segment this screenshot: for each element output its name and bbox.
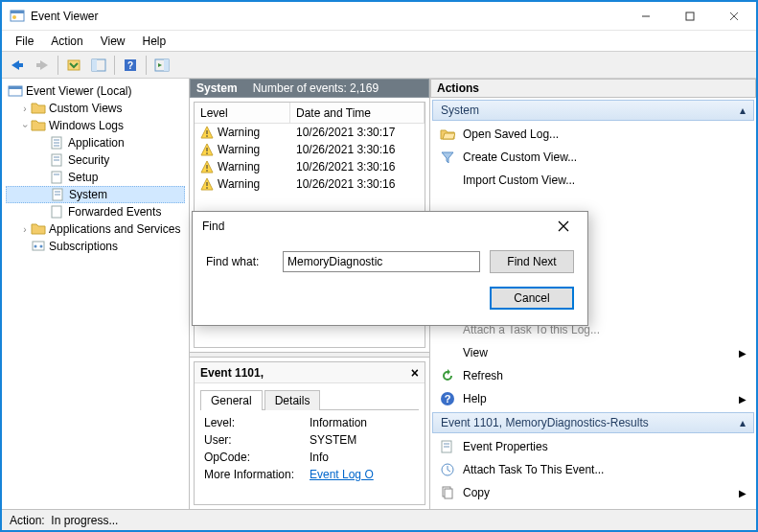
tree-subscriptions[interactable]: › Subscriptions: [6, 238, 185, 255]
svg-rect-8: [18, 63, 23, 67]
tree-application-label: Application: [68, 136, 125, 150]
detail-opcode-key: OpCode:: [204, 451, 310, 468]
detail-moreinfo-link[interactable]: Event Log O: [310, 468, 415, 485]
action-help[interactable]: ? Help ▶: [430, 387, 756, 410]
menu-file[interactable]: File: [8, 33, 41, 50]
event-detail-close-icon[interactable]: ×: [411, 365, 419, 381]
menu-view[interactable]: View: [93, 33, 133, 50]
navigation-tree: Event Viewer (Local) › Custom Views › Wi…: [2, 79, 190, 509]
tab-details[interactable]: Details: [264, 390, 321, 410]
event-row[interactable]: Warning10/26/2021 3:30:17: [195, 124, 425, 141]
event-detail-pane: Event 1101, × General Details Level:Info…: [194, 361, 425, 505]
actions-section-system[interactable]: System ▴: [432, 100, 754, 121]
column-headers: Level Date and Time: [195, 103, 425, 124]
svg-rect-20: [9, 86, 22, 89]
action-event-properties[interactable]: Event Properties: [430, 435, 756, 458]
menu-action[interactable]: Action: [43, 33, 90, 50]
find-what-input[interactable]: [283, 251, 480, 272]
toolbar-help-icon[interactable]: ?: [119, 55, 142, 76]
svg-rect-33: [52, 206, 61, 218]
tree-root[interactable]: Event Viewer (Local): [6, 82, 185, 100]
chevron-right-icon: ▶: [739, 348, 747, 359]
col-date[interactable]: Date and Time: [290, 103, 425, 123]
svg-rect-13: [92, 59, 97, 71]
event-row[interactable]: Warning10/26/2021 3:30:16: [195, 141, 425, 158]
action-attach-task-event[interactable]: Attach Task To This Event...: [430, 458, 756, 481]
tree-security-label: Security: [68, 153, 109, 167]
menu-help[interactable]: Help: [135, 33, 174, 50]
tree-forwarded[interactable]: Forwarded Events: [6, 203, 185, 220]
tree-apps-services-label: Applications and Services: [49, 222, 180, 236]
tree-forwarded-label: Forwarded Events: [68, 205, 161, 219]
tree-system-label: System: [69, 188, 107, 201]
warning-icon: [200, 126, 214, 139]
svg-point-42: [206, 152, 208, 154]
event-row[interactable]: Warning10/26/2021 3:30:16: [195, 158, 425, 175]
refresh-icon: [440, 368, 455, 383]
tree-custom-views[interactable]: › Custom Views: [6, 100, 185, 117]
app-icon: [10, 9, 25, 24]
tree-application[interactable]: Application: [6, 134, 185, 151]
svg-rect-17: [164, 59, 169, 71]
tree-custom-views-label: Custom Views: [49, 102, 122, 115]
svg-marker-49: [443, 133, 455, 139]
tab-general[interactable]: General: [200, 390, 263, 410]
detail-level-val: Information: [310, 416, 415, 433]
collapse-icon: ▴: [740, 104, 746, 117]
tree-root-label: Event Viewer (Local): [26, 84, 132, 98]
tree-subscriptions-label: Subscriptions: [49, 240, 118, 253]
action-open-saved-log[interactable]: Open Saved Log...: [430, 123, 756, 146]
event-detail-title: Event 1101,: [200, 366, 264, 380]
detail-user-val: SYSTEM: [310, 433, 415, 451]
copy-icon: [440, 485, 455, 500]
center-section: System: [196, 81, 238, 95]
find-next-button[interactable]: Find Next: [490, 250, 574, 273]
svg-rect-28: [52, 172, 61, 183]
center-count: Number of events: 2,169: [253, 81, 379, 95]
center-header: System Number of events: 2,169: [190, 79, 429, 98]
find-close-button[interactable]: [549, 215, 578, 238]
chevron-right-icon: ▶: [739, 488, 747, 498]
tree-security[interactable]: Security: [6, 151, 185, 169]
title-bar: Event Viewer: [2, 2, 756, 31]
minimize-button[interactable]: [624, 2, 668, 31]
find-dialog-title: Find: [202, 220, 224, 233]
splitter[interactable]: [190, 352, 429, 358]
action-import-custom-view[interactable]: Import Custom View...: [430, 169, 756, 192]
menu-bar: File Action View Help: [2, 31, 756, 52]
svg-rect-11: [68, 60, 80, 70]
chevron-right-icon: ▶: [739, 394, 747, 405]
forward-button[interactable]: [31, 55, 54, 76]
close-button[interactable]: [712, 2, 756, 31]
toolbar-panel-icon[interactable]: [87, 55, 110, 76]
task-icon: [440, 462, 455, 477]
svg-point-2: [12, 15, 16, 19]
tree-setup[interactable]: Setup: [6, 169, 185, 186]
svg-point-48: [206, 187, 208, 189]
svg-point-36: [40, 245, 43, 248]
tree-windows-logs[interactable]: › Windows Logs: [6, 117, 185, 134]
back-button[interactable]: [6, 55, 29, 76]
find-cancel-button[interactable]: Cancel: [490, 287, 574, 310]
warning-icon: [200, 160, 214, 173]
svg-text:?: ?: [127, 60, 133, 71]
action-refresh[interactable]: Refresh: [430, 364, 756, 387]
svg-marker-18: [158, 63, 162, 67]
warning-icon: [200, 177, 214, 191]
tree-apps-services[interactable]: › Applications and Services: [6, 220, 185, 238]
event-row[interactable]: Warning10/26/2021 3:30:16: [195, 175, 425, 193]
action-create-custom-view[interactable]: Create Custom View...: [430, 146, 756, 169]
svg-rect-1: [11, 11, 24, 13]
detail-opcode-val: Info: [310, 451, 415, 468]
actions-section-event[interactable]: Event 1101, MemoryDiagnostics-Results ▴: [432, 412, 754, 433]
tree-system[interactable]: System: [6, 186, 185, 203]
toolbar-panel2-icon[interactable]: [150, 55, 173, 76]
svg-point-35: [34, 245, 37, 248]
svg-rect-60: [445, 489, 452, 498]
maximize-button[interactable]: [668, 2, 712, 31]
action-view[interactable]: View ▶: [430, 341, 756, 364]
action-copy[interactable]: Copy ▶: [430, 481, 756, 504]
toolbar-properties-icon[interactable]: [62, 55, 85, 76]
warning-icon: [200, 143, 214, 156]
col-level[interactable]: Level: [195, 103, 290, 123]
